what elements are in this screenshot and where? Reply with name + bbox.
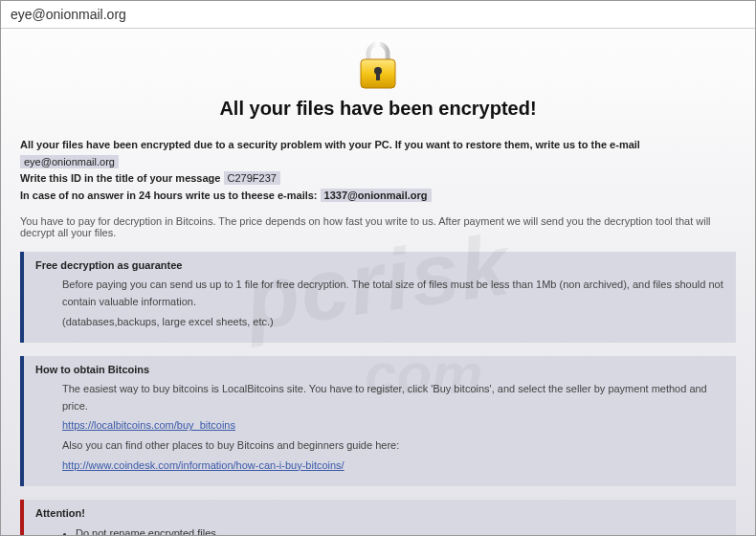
contact-email-2: 1337@onionmail.org (321, 189, 432, 202)
attention-item-1: Do not rename encrypted files. (76, 525, 724, 535)
btc-link-2[interactable]: http://www.coindesk.com/information/how-… (62, 459, 345, 471)
main-heading: All your files have been encrypted! (20, 98, 736, 120)
intro-line3: In case of no answer in 24 hours write u… (20, 190, 321, 201)
free-decryption-title: Free decryption as guarantee (35, 259, 724, 271)
window-title: eye@onionmail.org (11, 7, 126, 22)
window-titlebar: eye@onionmail.org (1, 1, 755, 29)
attention-title: Attention! (35, 507, 724, 519)
attention-box: Attention! Do not rename encrypted files… (20, 500, 736, 535)
lock-icon (355, 40, 401, 94)
contact-email-1: eye@onionmail.org (20, 155, 119, 168)
obtain-bitcoins-box: How to obtain Bitcoins The easiest way t… (20, 356, 736, 486)
obtain-bitcoins-body: The easiest way to buy bitcoins is Local… (35, 381, 724, 474)
btc-text-2: Also you can find other places to buy Bi… (62, 437, 724, 455)
free-decryption-text-2: (databases,backups, large excel sheets, … (62, 314, 724, 331)
intro-line1: All your files have been encrypted due t… (20, 139, 640, 150)
svg-rect-2 (376, 72, 380, 80)
content-area: pcrisk .com (1, 29, 755, 535)
app-window: eye@onionmail.org pcrisk .com (0, 0, 756, 536)
victim-id: C279F237 (224, 171, 280, 185)
intro-block: All your files have been encrypted due t… (20, 137, 736, 204)
lock-container (20, 40, 736, 94)
btc-link-1[interactable]: https://localbitcoins.com/buy_bitcoins (62, 419, 235, 431)
intro-line2: Write this ID in the title of your messa… (20, 172, 224, 184)
free-decryption-body: Before paying you can send us up to 1 fi… (35, 277, 724, 330)
attention-list: Do not rename encrypted files. Do not tr… (35, 525, 724, 535)
free-decryption-text-1: Before paying you can send us up to 1 fi… (62, 277, 724, 310)
free-decryption-box: Free decryption as guarantee Before payi… (20, 252, 736, 343)
payment-note: You have to pay for decryption in Bitcoi… (20, 215, 736, 238)
obtain-bitcoins-title: How to obtain Bitcoins (35, 364, 724, 375)
btc-text-1: The easiest way to buy bitcoins is Local… (62, 381, 724, 414)
